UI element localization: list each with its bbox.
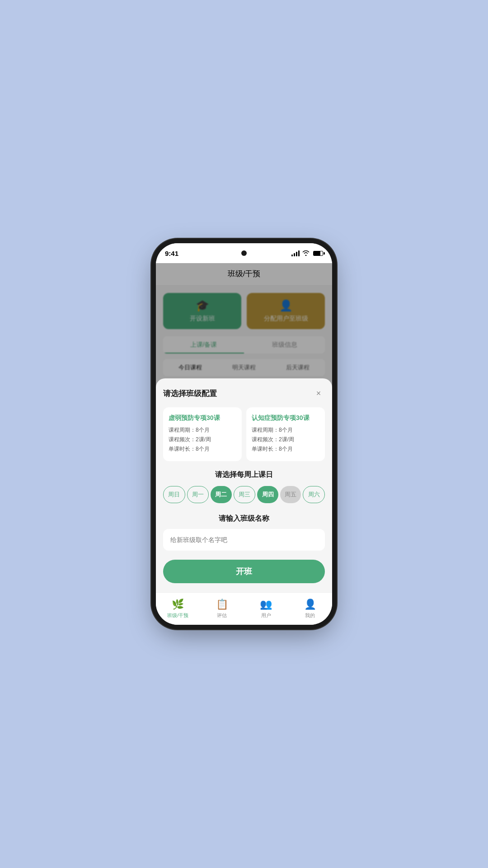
course-option-frailty[interactable]: 虚弱预防专项30课 课程周期：8个月 课程频次：2课/周 单课时长：8个月 [163, 407, 242, 461]
nav-mine[interactable]: 👤 我的 [288, 593, 333, 625]
evaluation-nav-icon: 📋 [216, 599, 228, 610]
users-nav-icon: 👥 [260, 599, 272, 610]
modal-dialog: 请选择班级配置 × 虚弱预防专项30课 课程周期：8个月 课程频次：2课/周 单… [156, 378, 332, 592]
course-dementia-frequency: 课程频次：2课/周 [252, 436, 319, 443]
nav-evaluation[interactable]: 📋 评估 [200, 593, 244, 625]
day-friday[interactable]: 周五 [280, 486, 301, 503]
bottom-nav: 🌿 班级/干预 📋 评估 👥 用户 👤 我的 [156, 592, 332, 625]
course-frailty-period: 课程周期：8个月 [169, 426, 236, 434]
mine-nav-icon: 👤 [304, 599, 316, 610]
status-time: 9:41 [165, 250, 178, 257]
course-options: 虚弱预防专项30课 课程周期：8个月 课程频次：2课/周 单课时长：8个月 认知… [163, 407, 325, 461]
signal-icon [291, 250, 300, 256]
day-wednesday[interactable]: 周三 [234, 486, 256, 503]
day-tuesday[interactable]: 周二 [211, 486, 232, 503]
close-button[interactable]: × [312, 387, 325, 400]
day-thursday[interactable]: 周四 [257, 486, 278, 503]
modal-header: 请选择班级配置 × [163, 387, 325, 400]
start-class-button[interactable]: 开班 [163, 560, 325, 583]
modal-overlay: 请选择班级配置 × 虚弱预防专项30课 课程周期：8个月 课程频次：2课/周 单… [156, 263, 332, 592]
course-dementia-period: 课程周期：8个月 [252, 426, 319, 434]
nav-class-intervention[interactable]: 🌿 班级/干预 [156, 593, 200, 625]
nav-evaluation-label: 评估 [217, 612, 227, 619]
class-name-input[interactable] [163, 529, 325, 551]
nav-mine-label: 我的 [305, 612, 315, 619]
modal-title: 请选择班级配置 [163, 388, 217, 399]
day-selector: 周日 周一 周二 周三 周四 周五 周六 [163, 486, 325, 503]
day-saturday[interactable]: 周六 [303, 486, 325, 503]
wifi-icon [302, 250, 310, 256]
nav-users[interactable]: 👥 用户 [244, 593, 288, 625]
battery-icon [313, 251, 323, 256]
class-name-label: 请输入班级名称 [163, 514, 325, 524]
class-nav-icon: 🌿 [172, 599, 184, 610]
course-frailty-frequency: 课程频次：2课/周 [169, 436, 236, 443]
camera-notch [241, 250, 247, 256]
day-sunday[interactable]: 周日 [163, 486, 185, 503]
nav-users-label: 用户 [261, 612, 271, 619]
status-bar: 9:41 [156, 243, 332, 263]
day-monday[interactable]: 周一 [187, 486, 209, 503]
course-option-dementia[interactable]: 认知症预防专项30课 课程周期：8个月 课程频次：2课/周 单课时长：8个月 [246, 407, 325, 461]
course-dementia-duration: 单课时长：8个月 [252, 445, 319, 453]
status-icons [291, 250, 323, 256]
course-frailty-duration: 单课时长：8个月 [169, 445, 236, 453]
day-select-label: 请选择每周上课日 [163, 470, 325, 480]
course-option-dementia-title: 认知症预防专项30课 [252, 414, 319, 422]
course-option-frailty-title: 虚弱预防专项30课 [169, 414, 236, 422]
app-content: 班级/干预 🎓 开设新班 👤 分配用户至班级 上课/备课 班级信息 [156, 263, 332, 592]
nav-class-label: 班级/干预 [167, 612, 188, 619]
